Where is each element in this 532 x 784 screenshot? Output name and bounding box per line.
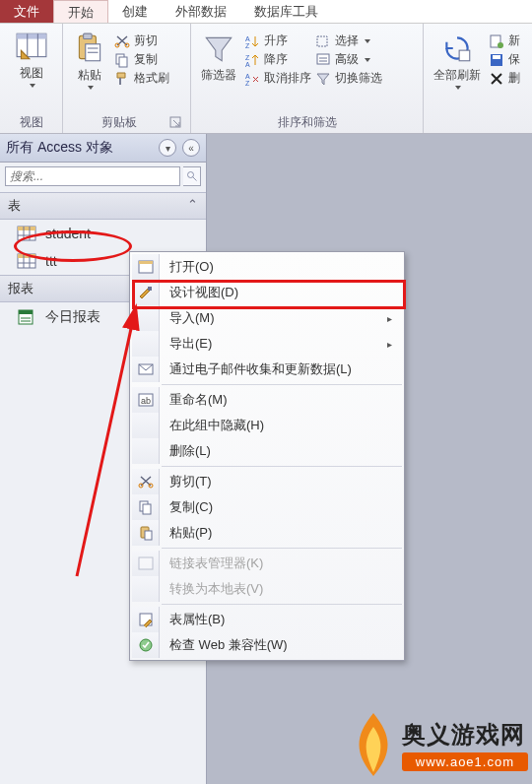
nav-section-reports-label: 报表 (8, 280, 33, 297)
refresh-all-button[interactable]: 全部刷新 (430, 28, 485, 92)
ctx-check-web-label: 检查 Web 兼容性(W) (160, 636, 402, 654)
sort-desc-icon: ZA (244, 52, 260, 68)
clear-sort-label: 取消排序 (264, 70, 311, 87)
svg-rect-35 (18, 254, 35, 258)
nav-header[interactable]: 所有 Access 对象 ▾ « (0, 134, 206, 163)
advanced-icon (315, 52, 331, 68)
search-button[interactable] (183, 166, 201, 186)
ctx-convert-local: 转换为本地表(V) (132, 576, 402, 602)
table-icon (18, 227, 35, 240)
ctx-design-view[interactable]: 设计视图(D) (132, 280, 402, 305)
advanced-button[interactable]: 高级 (315, 50, 382, 69)
clear-sort-button[interactable]: AZ 取消排序 (244, 69, 311, 88)
ctx-import[interactable]: 导入(M) ▸ (132, 305, 402, 331)
sort-desc-button[interactable]: ZA 降序 (244, 50, 311, 69)
ctx-open-label: 打开(O) (160, 258, 402, 276)
svg-rect-1 (17, 33, 46, 38)
svg-text:ab: ab (141, 396, 151, 406)
brush-icon (114, 71, 130, 87)
flame-logo-icon (351, 711, 396, 778)
dropdown-caret-icon (365, 58, 370, 62)
ctx-cut[interactable]: 剪切(T) (132, 469, 402, 494)
tab-home[interactable]: 开始 (53, 0, 108, 23)
view-button-label: 视图 (20, 65, 43, 82)
search-input[interactable] (5, 166, 180, 186)
delete-icon (489, 71, 504, 87)
group-label-sortfilter: 排序和筛选 (197, 112, 417, 131)
save-record-button[interactable]: 保 (489, 50, 520, 69)
refresh-icon (440, 32, 474, 65)
svg-rect-30 (18, 227, 35, 230)
new-record-label: 新 (508, 33, 520, 49)
ctx-open[interactable]: 打开(O) (132, 254, 402, 280)
svg-rect-55 (139, 557, 153, 569)
svg-rect-44 (139, 261, 153, 264)
toggle-filter-button[interactable]: 切换筛选 (315, 69, 382, 88)
svg-text:A: A (245, 35, 250, 42)
check-web-icon (138, 637, 154, 653)
svg-text:Z: Z (245, 80, 250, 87)
svg-rect-20 (317, 36, 327, 46)
tab-create[interactable]: 创建 (108, 0, 162, 23)
ctx-paste[interactable]: 粘贴(P) (132, 520, 402, 546)
ctx-check-web-compat[interactable]: 检查 Web 兼容性(W) (132, 632, 402, 658)
sort-asc-button[interactable]: AZ 升序 (244, 32, 311, 50)
copy-label: 复制 (134, 51, 158, 68)
funnel-icon (202, 32, 235, 65)
delete-record-label: 删 (508, 70, 520, 87)
nav-report-today-label: 今日报表 (45, 308, 100, 326)
nav-dropdown-button[interactable]: ▾ (159, 139, 176, 157)
ctx-delete[interactable]: 删除(L) (132, 438, 402, 464)
paste-button[interactable]: 粘贴 (69, 28, 110, 92)
tab-file[interactable]: 文件 (0, 0, 53, 23)
view-button[interactable]: 视图 (6, 28, 56, 90)
separator (162, 384, 402, 385)
paste-button-label: 粘贴 (78, 67, 101, 84)
svg-rect-12 (119, 57, 127, 67)
ctx-table-properties[interactable]: 表属性(B) (132, 607, 402, 632)
selection-icon (315, 33, 331, 49)
ctx-table-props-label: 表属性(B) (160, 611, 402, 628)
linked-table-icon (138, 555, 154, 571)
filter-button[interactable]: 筛选器 (197, 28, 240, 86)
submenu-arrow-icon: ▸ (387, 313, 402, 324)
tab-db-tools[interactable]: 数据库工具 (240, 0, 332, 23)
ctx-copy[interactable]: 复制(C) (132, 494, 402, 520)
ctx-import-label: 导入(M) (160, 309, 387, 327)
group-label-records (430, 115, 526, 131)
dropdown-caret-icon (88, 86, 94, 90)
selection-button[interactable]: 选择 (315, 32, 382, 50)
sort-asc-label: 升序 (264, 33, 288, 49)
ctx-delete-label: 删除(L) (160, 442, 402, 460)
new-record-button[interactable]: 新 (489, 32, 520, 50)
filter-button-label: 筛选器 (201, 67, 236, 84)
svg-rect-21 (317, 54, 329, 64)
nav-table-student[interactable]: student (0, 220, 206, 247)
delete-record-button[interactable]: 删 (489, 69, 520, 88)
tab-external-data[interactable]: 外部数据 (162, 0, 240, 23)
svg-rect-45 (148, 287, 152, 291)
nav-table-student-label: student (45, 226, 91, 241)
cut-button[interactable]: 剪切 (114, 32, 169, 50)
dialog-launcher-icon[interactable] (168, 115, 184, 131)
ctx-design-view-label: 设计视图(D) (160, 284, 402, 301)
nav-title: 所有 Access 对象 (6, 139, 113, 157)
ctx-rename[interactable]: ab 重命名(M) (132, 387, 402, 413)
dropdown-caret-icon (455, 86, 461, 90)
nav-section-tables[interactable]: 表⌃ (0, 192, 206, 220)
open-icon (138, 259, 154, 275)
nav-collapse-button[interactable]: « (182, 139, 200, 157)
ctx-copy-label: 复制(C) (160, 498, 402, 516)
ctx-export[interactable]: 导出(E) ▸ (132, 331, 402, 357)
group-label-view: 视图 (6, 112, 56, 131)
ctx-collect-email[interactable]: 通过电子邮件收集和更新数据(L) (132, 357, 402, 382)
copy-button[interactable]: 复制 (114, 50, 169, 69)
svg-rect-26 (493, 55, 500, 59)
toggle-filter-label: 切换筛选 (335, 70, 382, 87)
scissors-icon (114, 33, 130, 49)
refresh-all-label: 全部刷新 (433, 67, 481, 84)
format-painter-label: 格式刷 (134, 70, 169, 87)
format-painter-button[interactable]: 格式刷 (114, 69, 169, 88)
selection-label: 选择 (335, 33, 359, 49)
ctx-hide-in-group[interactable]: 在此组中隐藏(H) (132, 413, 402, 438)
